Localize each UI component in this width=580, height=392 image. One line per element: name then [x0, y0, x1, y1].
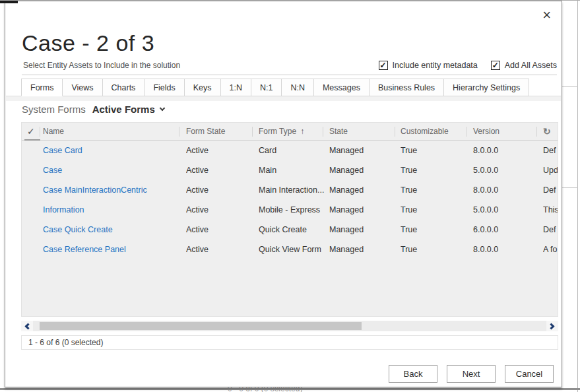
tab-messages[interactable]: Messages — [313, 79, 370, 96]
sort-ascending-icon: ↑ — [300, 127, 304, 136]
back-button[interactable]: Back — [389, 365, 437, 383]
add-all-assets-option: ✓ Add All Assets — [491, 61, 557, 70]
tabs-band — [6, 96, 561, 101]
footer-buttons: Back Next Cancel — [389, 365, 554, 383]
include-entity-metadata-checkbox[interactable]: ✓ — [379, 61, 388, 70]
table-row[interactable]: Case MainInteractionCentric Active Main … — [22, 180, 558, 200]
forms-grid: ✓ Name Form State Form Type↑ State Custo… — [21, 122, 558, 317]
header-divider — [22, 75, 557, 75]
table-row[interactable]: Case Quick Create Active Quick Create Ma… — [22, 220, 558, 240]
view-selector[interactable]: Active Forms — [92, 104, 164, 115]
add-all-assets-label: Add All Assets — [505, 61, 557, 70]
tab-forms[interactable]: Forms — [21, 79, 63, 96]
tab-keys[interactable]: Keys — [184, 79, 221, 96]
include-entity-metadata-option: ✓ Include entity metadata — [379, 61, 478, 70]
column-header-name[interactable]: Name — [43, 123, 64, 141]
page-subtitle: Select Entity Assets to Include in the s… — [23, 61, 180, 70]
grid-status: 1 - 6 of 6 (0 selected) — [21, 335, 558, 350]
grid-header: ✓ Name Form State Form Type↑ State Custo… — [22, 123, 558, 141]
screen: 0 - 0 of 0 (0 selected) × Case - 2 of 3 … — [0, 0, 580, 392]
background-divider — [562, 86, 578, 87]
include-entity-metadata-label: Include entity metadata — [393, 61, 478, 70]
background-page-edge — [577, 1, 578, 392]
group-label: System Forms — [22, 104, 86, 115]
form-name-link[interactable]: Case Quick Create — [43, 220, 175, 240]
corner-mark — [0, 1, 18, 3]
view-selector-label: Active Forms — [92, 104, 155, 115]
tab-nn[interactable]: N:N — [281, 79, 314, 96]
select-entity-assets-dialog: × Case - 2 of 3 Select Entity Assets to … — [5, 1, 562, 387]
tab-business-rules[interactable]: Business Rules — [369, 79, 444, 96]
next-button[interactable]: Next — [447, 365, 496, 383]
table-row[interactable]: Case Card Active Card Managed True 8.0.0… — [22, 141, 558, 160]
horizontal-scrollbar[interactable] — [21, 321, 558, 331]
chevron-down-icon — [159, 105, 164, 110]
background-divider — [562, 187, 578, 188]
options-row: ✓ Include entity metadata ✓ Add All Asse… — [379, 61, 557, 70]
select-all-icon[interactable]: ✓ — [27, 123, 35, 141]
column-header-customizable[interactable]: Customizable — [401, 123, 449, 141]
form-name-link[interactable]: Case — [43, 160, 175, 180]
form-name-link[interactable]: Case Reference Panel — [43, 240, 175, 259]
scroll-right-button[interactable] — [546, 321, 558, 331]
column-header-form-state[interactable]: Form State — [186, 123, 225, 141]
tab-hierarchy-settings[interactable]: Hierarchy Settings — [443, 79, 529, 96]
scroll-left-button[interactable] — [21, 321, 33, 331]
page-title: Case - 2 of 3 — [22, 30, 154, 56]
tab-fields[interactable]: Fields — [144, 79, 184, 96]
add-all-assets-checkbox[interactable]: ✓ — [491, 61, 500, 70]
refresh-icon[interactable]: ↻ — [543, 123, 551, 141]
scrollbar-thumb[interactable] — [40, 322, 362, 330]
column-header-form-type[interactable]: Form Type↑ — [259, 123, 304, 141]
form-name-link[interactable]: Information — [43, 200, 175, 220]
table-row[interactable]: Case Active Main Managed True 5.0.0.0 Up… — [22, 160, 558, 180]
chevron-left-icon — [25, 323, 32, 329]
tab-1n[interactable]: 1:N — [220, 79, 251, 96]
dialog-bottom-shadow — [0, 388, 580, 390]
cancel-button[interactable]: Cancel — [505, 365, 554, 383]
chevron-right-icon — [548, 323, 555, 329]
form-name-link[interactable]: Case MainInteractionCentric — [43, 180, 175, 200]
table-row[interactable]: Information Active Mobile - Express Mana… — [22, 200, 558, 220]
close-icon[interactable]: × — [542, 8, 551, 22]
tab-charts[interactable]: Charts — [102, 79, 145, 96]
view-bar: System Forms Active Forms — [22, 104, 164, 115]
tab-views[interactable]: Views — [62, 79, 102, 96]
table-row[interactable]: Case Reference Panel Active Quick View F… — [22, 240, 558, 259]
form-name-link[interactable]: Case Card — [43, 141, 175, 160]
column-header-version[interactable]: Version — [473, 123, 499, 141]
tab-n1[interactable]: N:1 — [251, 79, 282, 96]
asset-tabs: Forms Views Charts Fields Keys 1:N N:1 N… — [22, 79, 529, 96]
column-header-state[interactable]: State — [329, 123, 348, 141]
